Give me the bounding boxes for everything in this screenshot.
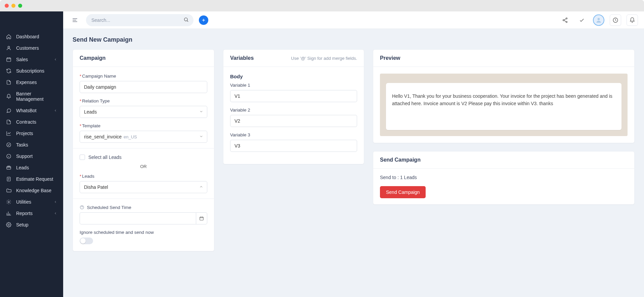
sidebar-item-label: Subscriptions [16, 68, 44, 74]
relation-type-label: *Relation Type [80, 98, 207, 103]
svg-point-0 [8, 46, 9, 48]
sidebar-item-tasks[interactable]: Tasks [0, 139, 63, 151]
campaign-card-body: *Campaign Name *Relation Type Leads *Tem… [73, 67, 214, 251]
ignore-scheduled-toggle[interactable] [80, 238, 93, 244]
variable-3-input[interactable] [230, 140, 357, 152]
user-icon [6, 45, 11, 51]
avatar[interactable] [593, 14, 604, 26]
scheduled-time-input[interactable] [80, 212, 196, 224]
page-title: Send New Campaign [73, 36, 635, 43]
select-all-checkbox[interactable] [80, 155, 85, 160]
campaign-card: Campaign *Campaign Name *Relation Type L… [73, 49, 214, 251]
send-campaign-button[interactable]: Send Campaign [380, 186, 426, 198]
window-minimize[interactable] [11, 4, 15, 8]
svg-point-9 [566, 17, 567, 19]
campaign-name-label: *Campaign Name [80, 74, 207, 79]
variable-1-label: Variable 1 [230, 83, 357, 88]
sidebar-item-expenses[interactable]: Expenses [0, 77, 63, 88]
variable-1-input[interactable] [230, 90, 357, 102]
template-label: *Template [80, 123, 207, 128]
chevron-left-icon [54, 199, 57, 205]
calendar-icon [6, 57, 11, 62]
sidebar-item-contracts[interactable]: Contracts [0, 116, 63, 128]
sidebar-item-sales[interactable]: Sales [0, 54, 63, 65]
send-card-title: Send Campaign [380, 157, 421, 163]
sidebar-item-support[interactable]: Support [0, 151, 63, 162]
sidebar: DashboardCustomersSalesSubscriptionsExpe… [0, 11, 63, 297]
svg-rect-15 [200, 217, 204, 220]
bell-icon[interactable] [627, 14, 638, 26]
sidebar-item-utilities[interactable]: Utilities [0, 196, 63, 208]
check-circle-icon [6, 142, 11, 147]
sidebar-item-whatsbot[interactable]: WhatsBot [0, 105, 63, 116]
leads-icon [6, 165, 11, 170]
sidebar-item-label: Estimate Request [16, 176, 53, 182]
sidebar-item-label: Reports [16, 211, 33, 216]
sidebar-item-label: Contracts [16, 119, 36, 125]
preview-chat-bg: Hello V1, Thank you for your business co… [380, 74, 628, 136]
sidebar-item-knowledge-base[interactable]: Knowledge Base [0, 185, 63, 196]
template-select[interactable]: rise_send_invoice en_US [80, 131, 207, 143]
folder-icon [6, 188, 11, 193]
variables-card-body: Body Variable 1Variable 2Variable 3 [223, 67, 364, 164]
search-input[interactable] [86, 14, 194, 26]
share-icon[interactable] [559, 14, 571, 26]
svg-point-7 [8, 224, 9, 225]
svg-point-12 [598, 18, 600, 20]
svg-rect-1 [7, 58, 11, 61]
sidebar-item-banner-management[interactable]: Banner Management [0, 88, 63, 105]
window-close[interactable] [5, 4, 9, 8]
help-icon [80, 205, 84, 210]
sidebar-item-label: Setup [16, 222, 29, 227]
chevron-left-icon [54, 108, 57, 113]
sidebar-item-setup[interactable]: Setup [0, 219, 63, 230]
sidebar-item-projects[interactable]: Projects [0, 128, 63, 139]
variable-3-label: Variable 3 [230, 132, 357, 137]
sidebar-item-label: Tasks [16, 142, 28, 147]
sidebar-item-label: Banner Management [16, 91, 57, 102]
sidebar-item-label: Leads [16, 165, 29, 170]
preview-column: Preview Hello V1, Thank you for your bus… [373, 49, 635, 205]
file-icon [6, 80, 11, 85]
window-maximize[interactable] [18, 4, 22, 8]
sidebar-item-reports[interactable]: Reports [0, 208, 63, 219]
variables-card-header: Variables Use '@' Sign for add merge fie… [223, 50, 364, 67]
cog-icon [6, 222, 11, 227]
sidebar-item-label: Projects [16, 131, 33, 136]
main: Send New Campaign Campaign *Campaign Nam… [63, 11, 644, 297]
home-icon [6, 34, 11, 39]
ignore-scheduled-label: Ignore scheduled time and send now [80, 230, 207, 235]
add-button[interactable] [199, 15, 208, 25]
sidebar-item-leads[interactable]: Leads [0, 162, 63, 173]
sidebar-item-label: Customers [16, 45, 39, 51]
sidebar-item-label: Dashboard [16, 34, 39, 39]
sidebar-item-dashboard[interactable]: Dashboard [0, 31, 63, 42]
relation-type-select[interactable]: Leads [80, 106, 207, 118]
svg-point-6 [8, 201, 9, 203]
cards-row: Campaign *Campaign Name *Relation Type L… [73, 49, 635, 251]
variables-card-title: Variables [230, 55, 254, 61]
sidebar-item-estimate-request[interactable]: Estimate Request [0, 173, 63, 185]
send-card-header: Send Campaign [373, 152, 634, 169]
campaign-name-input[interactable] [80, 81, 207, 93]
sidebar-nav: DashboardCustomersSalesSubscriptionsExpe… [0, 28, 63, 233]
check-icon[interactable] [576, 14, 588, 26]
search-icon[interactable] [183, 17, 189, 23]
bar-icon [6, 211, 11, 216]
sidebar-item-customers[interactable]: Customers [0, 42, 63, 54]
sidebar-item-subscriptions[interactable]: Subscriptions [0, 65, 63, 77]
app-root: DashboardCustomersSalesSubscriptionsExpe… [0, 11, 644, 297]
svg-point-10 [563, 19, 564, 21]
select-all-label: Select all Leads [88, 155, 122, 160]
clock-icon[interactable] [610, 14, 621, 26]
browser-chrome [0, 0, 644, 11]
scheduled-label: Scheduled Send Time [80, 205, 207, 210]
topbar [63, 11, 644, 29]
chevron-left-icon [54, 211, 57, 216]
doc-icon [6, 176, 11, 182]
content: Send New Campaign Campaign *Campaign Nam… [63, 29, 644, 297]
calendar-button[interactable] [196, 212, 208, 224]
menu-toggle-icon[interactable] [69, 14, 81, 26]
leads-select[interactable]: Disha Patel [80, 181, 207, 193]
variable-2-input[interactable] [230, 115, 357, 127]
